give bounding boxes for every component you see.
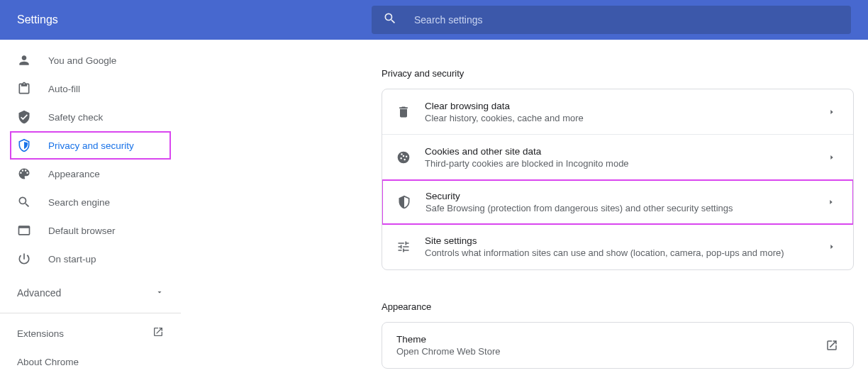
- sidebar-item-label: On start-up: [48, 254, 96, 265]
- row-security[interactable]: Security Safe Browsing (protection from …: [382, 179, 854, 225]
- sidebar-divider: [0, 313, 181, 313]
- person-icon: [17, 53, 31, 67]
- advanced-label: Advanced: [17, 287, 61, 299]
- chevron-right-icon: [824, 199, 838, 206]
- chevron-right-icon: [825, 108, 839, 116]
- tune-icon: [396, 240, 411, 254]
- row-text: Clear browsing data Clear history, cooki…: [425, 101, 825, 123]
- shield-icon: [397, 195, 411, 209]
- sidebar-item-you-and-google[interactable]: You and Google: [0, 46, 181, 74]
- shield-icon: [17, 138, 31, 152]
- chevron-right-icon: [825, 243, 839, 250]
- row-theme[interactable]: Theme Open Chrome Web Store: [382, 323, 853, 368]
- palette-icon: [17, 167, 31, 181]
- sidebar-bottom: Extensions About Chrome: [0, 319, 181, 373]
- appearance-card: Theme Open Chrome Web Store: [382, 322, 854, 369]
- row-text: Cookies and other site data Third-party …: [425, 146, 825, 169]
- search-icon: [383, 11, 397, 28]
- row-text: Security Safe Browsing (protection from …: [425, 191, 824, 213]
- content-inner: Privacy and security Clear browsing data…: [382, 68, 854, 369]
- app-header: Settings: [0, 0, 868, 40]
- external-link-icon: [152, 326, 164, 340]
- row-subtitle: Controls what information sites can use …: [425, 247, 825, 258]
- content-area: Privacy and security Clear browsing data…: [182, 40, 868, 373]
- sidebar-item-label: Appearance: [48, 169, 100, 179]
- sidebar: You and Google Auto-fill Safety check Pr…: [0, 40, 182, 373]
- cookie-icon: [396, 150, 411, 165]
- row-text: Site settings Controls what information …: [425, 235, 825, 258]
- row-title: Theme: [396, 334, 825, 345]
- chevron-right-icon: [825, 154, 839, 161]
- section-title-privacy: Privacy and security: [382, 68, 854, 79]
- app-title: Settings: [17, 13, 372, 26]
- sidebar-item-label: Privacy and security: [48, 140, 134, 151]
- chevron-down-icon: [155, 286, 164, 299]
- sidebar-item-safety-check[interactable]: Safety check: [0, 103, 181, 131]
- row-title: Cookies and other site data: [425, 146, 825, 157]
- sidebar-item-appearance[interactable]: Appearance: [0, 160, 181, 188]
- sidebar-item-label: Search engine: [48, 197, 110, 208]
- row-subtitle: Third-party cookies are blocked in Incog…: [425, 158, 825, 169]
- sidebar-item-privacy-and-security[interactable]: Privacy and security: [10, 131, 171, 160]
- row-cookies[interactable]: Cookies and other site data Third-party …: [382, 135, 853, 180]
- sidebar-item-autofill[interactable]: Auto-fill: [0, 74, 181, 103]
- main-layout: You and Google Auto-fill Safety check Pr…: [0, 40, 868, 373]
- row-title: Site settings: [425, 235, 825, 246]
- row-text: Theme Open Chrome Web Store: [396, 334, 825, 357]
- extensions-label: Extensions: [17, 328, 64, 339]
- trash-icon: [396, 105, 411, 119]
- search-bar[interactable]: [372, 6, 851, 34]
- sidebar-item-on-startup[interactable]: On start-up: [0, 245, 181, 273]
- sidebar-item-search-engine[interactable]: Search engine: [0, 188, 181, 216]
- privacy-card: Clear browsing data Clear history, cooki…: [382, 89, 854, 270]
- row-subtitle: Open Chrome Web Store: [396, 346, 825, 357]
- row-title: Clear browsing data: [425, 101, 825, 111]
- browser-icon: [17, 223, 31, 238]
- sidebar-item-extensions[interactable]: Extensions: [0, 319, 181, 347]
- row-subtitle: Safe Browsing (protection from dangerous…: [425, 203, 824, 213]
- sidebar-item-label: Auto-fill: [48, 84, 80, 94]
- row-site-settings[interactable]: Site settings Controls what information …: [382, 224, 853, 269]
- external-link-icon: [825, 339, 839, 352]
- sidebar-item-default-browser[interactable]: Default browser: [0, 216, 181, 245]
- power-icon: [17, 252, 31, 266]
- row-clear-browsing-data[interactable]: Clear browsing data Clear history, cooki…: [382, 89, 853, 135]
- sidebar-advanced-toggle[interactable]: Advanced: [0, 279, 181, 307]
- search-input[interactable]: [414, 14, 840, 26]
- sidebar-item-label: You and Google: [48, 55, 116, 66]
- about-label: About Chrome: [17, 357, 79, 367]
- shield-check-icon: [17, 110, 31, 124]
- row-subtitle: Clear history, cookies, cache and more: [425, 113, 825, 123]
- clipboard-icon: [17, 82, 31, 96]
- row-title: Security: [425, 191, 824, 201]
- section-title-appearance: Appearance: [382, 301, 854, 312]
- sidebar-item-label: Default browser: [48, 226, 116, 236]
- search-icon: [17, 195, 31, 209]
- sidebar-item-label: Safety check: [48, 112, 103, 123]
- sidebar-item-about-chrome[interactable]: About Chrome: [0, 347, 181, 373]
